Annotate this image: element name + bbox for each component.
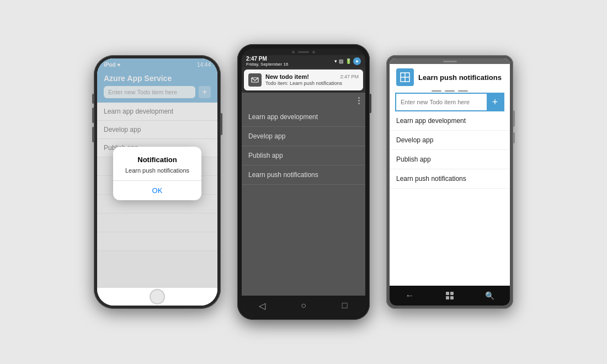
android-speaker <box>298 51 309 53</box>
wp-app-title: Learn push notifications <box>418 73 502 82</box>
android-status-icons: ▾ ▨ 🔋 ● <box>334 57 361 65</box>
wp-list-item: Develop app <box>390 131 510 150</box>
android-notif-app-icon <box>248 73 262 87</box>
ios-device: iPod ♥ 14:44 Azure App Service + Learn a… <box>94 55 221 309</box>
android-notif-time: 2:47 PM <box>340 74 359 79</box>
android-list-item: Learn app development <box>242 108 365 127</box>
ios-alert-ok-button[interactable]: OK <box>122 181 193 200</box>
windows-phone-device: Learn push notifications + Learn app dev… <box>386 55 513 309</box>
wp-search-button[interactable]: 🔍 <box>485 291 494 300</box>
android-app-header <box>242 93 365 108</box>
ios-home-bar <box>97 288 217 306</box>
wp-add-button[interactable]: + <box>487 94 503 110</box>
ios-screen-inner: iPod ♥ 14:44 Azure App Service + Learn a… <box>97 58 217 306</box>
android-recents-button[interactable]: □ <box>337 300 353 311</box>
wp-speaker <box>443 61 457 62</box>
android-todo-list: Learn app development Develop app Publis… <box>242 108 365 296</box>
wp-list-item: Learn app development <box>390 111 510 131</box>
wp-screen-inner: Learn push notifications + Learn app dev… <box>390 58 510 306</box>
android-notif-content: New todo item! 2:47 PM Todo item: Learn … <box>265 73 359 86</box>
envelope-icon <box>251 76 259 84</box>
android-bottom-nav: ◁ ○ □ <box>242 296 365 315</box>
android-list-item: Publish app <box>242 146 365 165</box>
wp-todo-input[interactable] <box>396 95 487 109</box>
android-account-icon: ● <box>353 57 361 65</box>
ios-volume-down <box>92 127 94 142</box>
wp-app-icon-svg <box>400 72 411 83</box>
android-power-button <box>370 94 371 113</box>
wp-input-row: + <box>395 93 504 111</box>
wp-windows-logo <box>446 292 454 299</box>
ios-alert-title: Notification <box>122 156 193 164</box>
ios-mute-switch <box>92 94 94 104</box>
android-battery-icon: 🔋 <box>345 58 352 64</box>
android-notif-body: Todo item: Learn push notifications <box>265 81 359 86</box>
ios-screen: iPod ♥ 14:44 Azure App Service + Learn a… <box>97 58 217 288</box>
wp-app-header: Learn push notifications <box>390 64 510 89</box>
ios-power-button <box>221 113 222 135</box>
android-screen-inner: 2:47 PM Friday, September 16 ▾ ▨ 🔋 ● <box>242 49 365 315</box>
android-wifi-icon: ▾ <box>334 58 337 64</box>
wp-bottom-nav: ← 🔍 <box>390 286 510 306</box>
wp-camera-button <box>513 132 515 143</box>
ios-volume-up <box>92 108 94 123</box>
ios-alert-dialog: Notification Learn push notifications OK <box>113 147 201 200</box>
android-status-left: 2:47 PM Friday, September 16 <box>246 56 288 67</box>
wp-app-icon <box>396 68 414 86</box>
android-notif-header-row: New todo item! 2:47 PM <box>265 73 359 80</box>
devices-container: iPod ♥ 14:44 Azure App Service + Learn a… <box>83 33 524 331</box>
ios-home-button[interactable] <box>150 289 165 304</box>
android-time: 2:47 PM <box>246 56 288 62</box>
wp-list-item: Publish app <box>390 150 510 169</box>
android-device: 2:47 PM Friday, September 16 ▾ ▨ 🔋 ● <box>237 44 370 320</box>
android-app-screen: Learn app development Develop app Publis… <box>242 93 365 296</box>
wp-windows-button[interactable] <box>446 292 454 299</box>
android-notification-banner: New todo item! 2:47 PM Todo item: Learn … <box>244 69 363 90</box>
wp-back-button[interactable]: ← <box>406 291 414 301</box>
android-camera <box>292 51 295 53</box>
ios-notification-overlay: Notification Learn push notifications OK <box>97 58 217 288</box>
android-top-bar <box>242 49 365 55</box>
android-overflow-menu[interactable] <box>358 97 360 104</box>
wp-menu-line2 <box>445 90 455 92</box>
android-camera2 <box>312 51 315 53</box>
android-list-item: Develop app <box>242 127 365 146</box>
android-signal-icon: ▨ <box>339 58 344 64</box>
android-back-button[interactable]: ◁ <box>254 300 270 311</box>
wp-menu-line3 <box>458 90 468 92</box>
wp-todo-list: Learn app development Develop app Publis… <box>390 111 510 286</box>
android-notif-title: New todo item! <box>265 73 309 80</box>
android-statusbar: 2:47 PM Friday, September 16 ▾ ▨ 🔋 ● <box>242 55 365 67</box>
wp-list-item: Learn push notifications <box>390 169 510 189</box>
wp-top-bar <box>390 58 510 64</box>
wp-menu-line1 <box>432 90 441 92</box>
wp-volume-button <box>513 110 515 127</box>
android-home-button[interactable]: ○ <box>295 300 312 311</box>
android-date: Friday, September 16 <box>246 62 288 67</box>
ios-alert-body: Learn push notifications <box>122 167 193 174</box>
android-list-item: Learn push notifications <box>242 165 365 185</box>
